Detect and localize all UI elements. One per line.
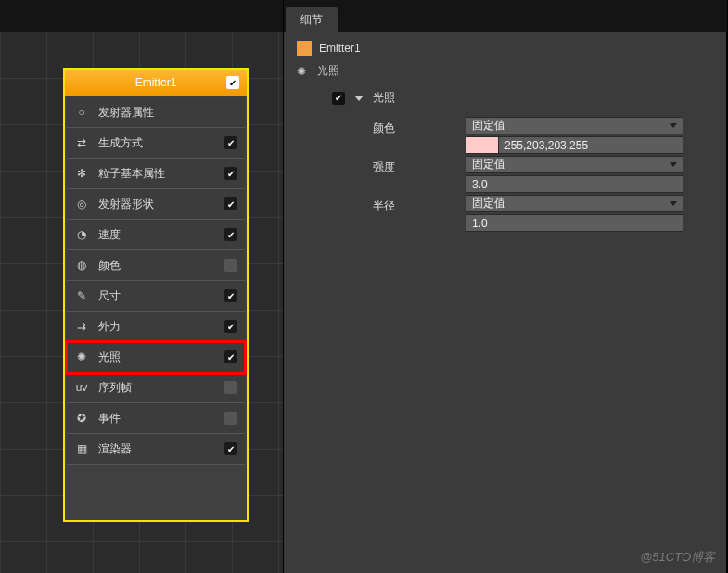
detail-tabstrip: 细节: [284, 0, 727, 32]
module-checkbox[interactable]: [224, 167, 237, 180]
detail-body: Emitter1 ✺ 光照 光照 颜色固定值255,203,203,255强度固…: [284, 32, 727, 573]
value-input[interactable]: 3.0: [466, 175, 683, 193]
module-checkbox[interactable]: [224, 136, 237, 149]
mode-dropdown[interactable]: 固定值: [466, 195, 683, 212]
module-row[interactable]: ▦渲染器: [67, 434, 245, 465]
palette-icon: ◍: [74, 258, 89, 273]
left-topbar: [0, 0, 283, 32]
module-checkbox[interactable]: [224, 381, 237, 394]
module-label: 颜色: [98, 258, 224, 274]
mode-dropdown[interactable]: 固定值: [466, 117, 683, 134]
module-row[interactable]: ✪事件: [67, 403, 245, 434]
module-label: 光照: [98, 350, 224, 365]
property-label: 颜色: [373, 117, 466, 136]
light-icon: ✺: [297, 65, 310, 78]
speed-icon: ◔: [74, 227, 89, 242]
renderer-icon: ▦: [74, 441, 89, 456]
module-row[interactable]: ⇄生成方式: [67, 128, 245, 159]
particle-icon: ✻: [74, 166, 89, 181]
module-label: 渲染器: [98, 441, 224, 457]
object-name-row: Emitter1: [297, 41, 715, 56]
module-row[interactable]: ○发射器属性: [67, 97, 245, 128]
detail-pane: 细节 Emitter1 ✺ 光照 光照 颜色固定值255,203,203,255…: [283, 0, 728, 573]
left-pane: Emitter1 ○发射器属性⇄生成方式✻粒子基本属性◎发射器形状◔速度◍颜色✎…: [0, 0, 283, 573]
module-label: 生成方式: [98, 135, 224, 151]
module-row[interactable]: ✎尺寸: [67, 281, 245, 312]
size-icon: ✎: [74, 288, 89, 303]
section-checkbox[interactable]: [332, 92, 345, 105]
object-color-swatch[interactable]: [297, 41, 312, 56]
module-row[interactable]: uv序列帧: [67, 373, 245, 403]
color-value-row: 255,203,203,255: [466, 136, 683, 154]
value-input[interactable]: 1.0: [466, 214, 683, 232]
module-checkbox[interactable]: [224, 228, 237, 241]
breadcrumb-row: ✺ 光照: [297, 63, 715, 79]
module-row[interactable]: ◎发射器形状: [67, 189, 245, 220]
property-area: 颜色固定值255,203,203,255强度固定值3.0半径固定值1.0: [373, 117, 715, 232]
emitter-header[interactable]: Emitter1: [65, 70, 247, 96]
module-checkbox[interactable]: [224, 320, 237, 333]
module-label: 尺寸: [98, 288, 224, 304]
watermark: @51CTO博客: [640, 549, 715, 566]
tab-detail[interactable]: 细节: [286, 7, 338, 32]
module-row[interactable]: ✺光照: [67, 342, 245, 373]
section-header[interactable]: 光照: [332, 90, 715, 106]
module-row[interactable]: ✻粒子基本属性: [67, 159, 245, 189]
light-icon: ✺: [74, 350, 89, 364]
circle-outline-icon: ○: [74, 105, 89, 120]
module-label: 序列帧: [98, 380, 224, 396]
module-checkbox[interactable]: [224, 289, 237, 302]
section-label: 光照: [373, 90, 395, 106]
property-label: 强度: [373, 156, 466, 175]
module-row[interactable]: ◍颜色: [67, 250, 245, 281]
module-checkbox[interactable]: [224, 442, 237, 455]
disclosure-icon[interactable]: [354, 96, 364, 101]
property-controls: 固定值3.0: [466, 156, 715, 193]
property-row: 颜色固定值255,203,203,255: [373, 117, 715, 154]
property-controls: 固定值255,203,203,255: [466, 117, 715, 154]
property-row: 半径固定值1.0: [373, 195, 715, 232]
property-row: 强度固定值3.0: [373, 156, 715, 193]
property-label: 半径: [373, 195, 466, 214]
color-value-input[interactable]: 255,203,203,255: [499, 136, 683, 154]
emitter-panel: Emitter1 ○发射器属性⇄生成方式✻粒子基本属性◎发射器形状◔速度◍颜色✎…: [63, 68, 249, 522]
module-checkbox[interactable]: [224, 197, 237, 210]
module-row[interactable]: ◔速度: [67, 220, 245, 250]
uv-icon: uv: [74, 380, 89, 395]
module-label: 外力: [98, 319, 224, 335]
force-icon: ⇉: [74, 319, 89, 334]
event-icon: ✪: [74, 411, 89, 426]
emitter-module-list: ○发射器属性⇄生成方式✻粒子基本属性◎发射器形状◔速度◍颜色✎尺寸⇉外力✺光照u…: [65, 96, 247, 466]
color-swatch[interactable]: [466, 136, 499, 154]
emitter-name: Emitter1: [135, 76, 177, 89]
chevron-down-icon: [670, 201, 677, 206]
object-name: Emitter1: [319, 42, 361, 55]
module-checkbox[interactable]: [224, 259, 237, 272]
module-label: 事件: [98, 411, 224, 427]
target-icon: ◎: [74, 197, 89, 211]
module-checkbox[interactable]: [224, 412, 237, 425]
module-label: 发射器属性: [98, 105, 237, 121]
module-label: 粒子基本属性: [98, 166, 224, 182]
chevron-down-icon: [670, 123, 677, 128]
module-checkbox[interactable]: [224, 350, 237, 363]
module-label: 速度: [98, 227, 224, 243]
property-controls: 固定值1.0: [466, 195, 715, 232]
shuffle-icon: ⇄: [74, 135, 89, 150]
module-row[interactable]: ⇉外力: [67, 312, 245, 342]
chevron-down-icon: [670, 162, 677, 167]
breadcrumb-label: 光照: [317, 63, 339, 79]
mode-dropdown[interactable]: 固定值: [466, 156, 683, 173]
emitter-header-checkbox[interactable]: [226, 76, 239, 89]
module-label: 发射器形状: [98, 197, 224, 212]
